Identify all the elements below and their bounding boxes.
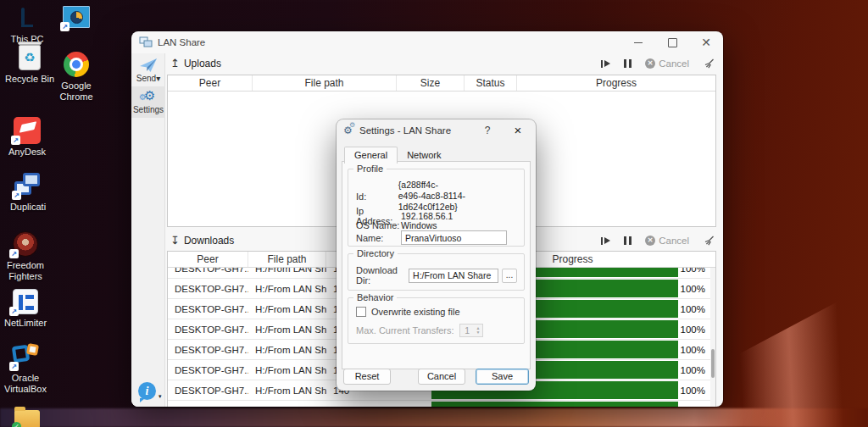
tab-network[interactable]: Network — [398, 147, 450, 163]
upload-icon: ↥ — [170, 58, 180, 69]
column-header-file-path[interactable]: File path — [248, 252, 326, 267]
dialog-titlebar[interactable]: ⚙⚙ Settings - LAN Share — [337, 119, 536, 141]
shortcut-arrow-icon: ↗ — [9, 307, 19, 316]
dialog-close-button[interactable]: × — [507, 122, 529, 139]
os-name-value: Windows — [401, 220, 437, 230]
progress-label: 100% — [681, 401, 705, 407]
profile-groupbox: Profile Id: {a288ff4c- e496-4ac8-8114-1d… — [348, 169, 525, 247]
column-header-status[interactable]: Status — [465, 75, 517, 91]
dialog-help-button[interactable]: ? — [478, 123, 497, 138]
shortcut-arrow-icon: ↗ — [12, 191, 21, 200]
cell-file-path: H:/From LAN Share... — [248, 360, 326, 380]
cell-file-path: H:/From LAN Share... — [248, 268, 326, 278]
desktop-icon-anydesk[interactable]: ↗ AnyDesk — [0, 117, 58, 158]
cell-file-path: H:/From LAN Share... — [248, 279, 326, 298]
dialog-gear-icon: ⚙⚙ — [343, 125, 355, 136]
info-caret-icon[interactable]: ▾ — [159, 393, 162, 400]
column-header-peer[interactable]: Peer — [168, 252, 248, 267]
duplicati-icon: ↗ — [14, 172, 42, 199]
uploads-cancel-button[interactable]: ✕ Cancel — [645, 58, 689, 69]
behavior-legend: Behavior — [353, 292, 397, 302]
table-row[interactable]: DESKTOP-GH7...H:/From LAN Share...140100… — [168, 401, 710, 407]
progress-label: 100% — [681, 299, 705, 319]
desktop-icon-google-chrome[interactable]: Google Chrome — [46, 51, 107, 103]
close-button[interactable]: ✕ — [689, 31, 723, 53]
progress-bar — [431, 402, 678, 407]
progress-label: 100% — [681, 380, 705, 400]
column-header-file-path[interactable]: File path — [253, 75, 397, 91]
max-transfers-value: 1 — [460, 324, 475, 336]
uploads-section-label: ↥ Uploads — [170, 58, 221, 69]
cancel-button[interactable]: Cancel — [418, 369, 465, 385]
desktop-icon-oracle-virtualbox[interactable]: ↗ Oracle VirtualBox — [0, 343, 56, 395]
column-header-peer[interactable]: Peer — [168, 75, 253, 91]
netlimiter-icon: ↗ — [11, 288, 40, 315]
cell-peer: DESKTOP-GH7... — [168, 380, 248, 400]
desktop-icon-label: Duplicati — [10, 202, 46, 213]
download-dir-input[interactable] — [409, 269, 498, 283]
cancel-circle-icon: ✕ — [645, 236, 655, 246]
tab-general[interactable]: General — [344, 147, 398, 164]
downloads-clear-broom-icon[interactable] — [703, 236, 715, 247]
cell-peer: DESKTOP-GH7... — [168, 401, 248, 407]
this-pc-icon — [13, 4, 42, 31]
system-monitor-icon: ↗ — [62, 3, 91, 30]
column-header-progress[interactable]: Progress — [517, 75, 715, 91]
uploads-header: ↥ Uploads ✕ Cancel — [170, 56, 715, 71]
desktop-icon-label: Freedom Fighters — [0, 260, 56, 282]
minimize-button[interactable] — [621, 31, 655, 53]
cell-peer: DESKTOP-GH7... — [168, 268, 248, 278]
uploads-table-header: PeerFile pathSizeStatusProgress — [168, 75, 715, 92]
max-transfers-spinner[interactable]: 1 ▲▼ — [459, 324, 483, 337]
browse-button[interactable]: ... — [502, 269, 517, 283]
downloads-pause-button[interactable] — [624, 236, 632, 245]
window-title: LAN Share — [158, 37, 205, 47]
profile-legend: Profile — [353, 164, 387, 174]
reset-button[interactable]: Reset — [343, 369, 391, 385]
recycle-bin-icon: ♻ — [15, 44, 44, 71]
desktop-icon-netlimiter[interactable]: ↗ NetLimiter — [0, 288, 56, 329]
desktop-icon-label: Oracle VirtualBox — [0, 373, 56, 395]
desktop-icon-duplicati[interactable]: ↗ Duplicati — [0, 172, 58, 213]
max-transfers-label: Max. Current Transfers: — [356, 325, 454, 336]
cell-peer: DESKTOP-GH7... — [168, 279, 248, 298]
cell-peer: DESKTOP-GH7... — [168, 299, 248, 319]
save-button[interactable]: Save — [476, 369, 529, 385]
shortcut-arrow-icon: ↗ — [9, 362, 19, 371]
cell-peer: DESKTOP-GH7... — [168, 319, 248, 339]
desktop-icon-label: NetLimiter — [4, 318, 47, 329]
info-button[interactable]: i — [138, 382, 156, 400]
chrome-icon — [62, 51, 91, 78]
progress-label: 100% — [681, 360, 705, 380]
shortcut-arrow-icon: ↗ — [60, 22, 70, 31]
uploads-resume-button[interactable] — [601, 60, 610, 68]
overwrite-checkbox[interactable] — [356, 307, 366, 317]
desktop-icon-freedom-fighters[interactable]: ↗ Freedom Fighters — [0, 230, 56, 282]
dialog-title: Settings - LAN Share — [359, 125, 451, 136]
settings-gear-icon: ⚙⚙ — [140, 91, 157, 104]
sidebar: Send▾ ⚙⚙ Settings i ▾ — [131, 53, 165, 407]
freedom-fighters-icon: ↗ — [11, 230, 40, 258]
overwrite-label: Overwrite existing file — [371, 307, 460, 317]
downloads-resume-button[interactable] — [601, 237, 610, 245]
downloads-section-label: ↧ Downloads — [170, 235, 234, 247]
uploads-pause-button[interactable] — [624, 59, 632, 68]
virtualbox-icon: ↗ — [11, 343, 40, 370]
cell-file-path: H:/From LAN Share... — [248, 299, 326, 319]
anydesk-icon: ↗ — [13, 117, 42, 144]
cell-file-path: H:/From LAN Share... — [248, 380, 326, 400]
downloads-scrollbar[interactable] — [710, 268, 715, 407]
column-header-size[interactable]: Size — [397, 75, 465, 91]
desktop-icon-folder[interactable]: ✓ — [0, 406, 58, 427]
spinner-arrows-icon[interactable]: ▲▼ — [475, 324, 482, 336]
uploads-clear-broom-icon[interactable] — [703, 58, 715, 69]
sidebar-item-settings[interactable]: ⚙⚙ Settings — [131, 86, 165, 118]
settings-dialog: ⚙⚙ Settings - LAN Share ? × General Netw… — [337, 119, 536, 391]
scrollbar-thumb[interactable] — [711, 349, 715, 378]
sidebar-item-send[interactable]: Send▾ — [131, 53, 165, 86]
dialog-tabs: General Network — [344, 147, 450, 163]
name-input[interactable] — [401, 230, 507, 245]
downloads-cancel-button[interactable]: ✕ Cancel — [645, 236, 689, 246]
desktop-icon-system-monitor[interactable]: ↗ — [46, 3, 107, 33]
maximize-button[interactable] — [655, 31, 689, 53]
